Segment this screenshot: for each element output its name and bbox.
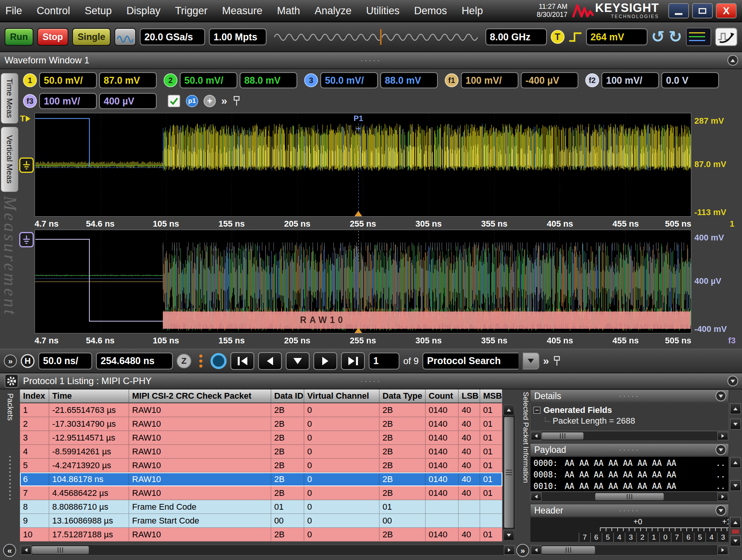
expand-measurements-button[interactable]: » [221, 95, 227, 107]
packet-row-7[interactable]: 74.45686422 µsRAW102B02B01404001 [20, 486, 502, 500]
protocol-settings-button[interactable] [5, 374, 18, 388]
channel-badge-f2[interactable]: f2 [585, 73, 599, 87]
titlebar-grip[interactable] [619, 446, 640, 454]
titlebar-grip[interactable] [619, 507, 640, 515]
details-scroll-up-button[interactable] [730, 403, 741, 414]
collapse-section-button[interactable] [716, 444, 726, 455]
scroll-thumb[interactable] [595, 493, 664, 500]
pin-icon[interactable] [233, 96, 240, 106]
menu-item-setup[interactable]: Setup [85, 5, 112, 17]
titlebar-grip[interactable] [361, 56, 382, 65]
trigger-badge[interactable]: T [551, 30, 565, 44]
time-reference-marker-icon[interactable] [354, 328, 362, 333]
scroll-thumb[interactable] [542, 546, 595, 554]
add-measurement-button[interactable]: + [204, 95, 216, 107]
scroll-track[interactable] [542, 492, 595, 501]
horizontal-badge[interactable]: H [21, 354, 35, 368]
go-last-button[interactable] [341, 352, 365, 370]
channel1-ground-marker[interactable] [19, 157, 34, 173]
channel-badge-1[interactable]: 1 [23, 73, 37, 87]
header-scroll-up-button[interactable] [730, 517, 741, 528]
p1-marker-label[interactable]: P1 [354, 114, 363, 123]
titlebar-grip[interactable] [361, 377, 382, 385]
channel-offset-3[interactable]: 88.0 mV [380, 72, 438, 88]
menu-item-measure[interactable]: Measure [222, 5, 262, 17]
redo-button[interactable]: ↻ [669, 29, 682, 45]
collapse-section-button[interactable] [716, 391, 726, 401]
menu-item-help[interactable]: Help [462, 5, 483, 17]
payload-hex-dump[interactable]: 0000:AA AA AA AA AA AA AA AA..0008:AA AA… [530, 456, 729, 492]
p1-measurement-badge[interactable]: p1 [186, 95, 198, 107]
menu-item-control[interactable]: Control [37, 5, 70, 17]
close-button[interactable]: X [716, 3, 737, 18]
search-type-select[interactable]: Protocol Search [422, 353, 518, 369]
packet-row-3[interactable]: 3-12.95114571 µsRAW102B02B01404001 [20, 431, 502, 445]
protocol-decode-band[interactable]: RAW10 [163, 311, 691, 329]
pin-icon[interactable] [553, 356, 561, 366]
sample-rate-readout[interactable]: 20.0 GSa/s [140, 28, 205, 45]
memory-depth-readout[interactable]: 1.00 Mpts [209, 28, 267, 45]
sidebar-tab-vertical-meas[interactable]: Vertical Meas [1, 127, 18, 192]
measurement-enable-checkbox[interactable] [167, 94, 181, 108]
scroll-right-button[interactable] [717, 492, 728, 501]
scroll-left-button[interactable] [21, 545, 31, 555]
packet-row-4[interactable]: 4-8.59914261 µsRAW102B02B01404001 [20, 445, 502, 459]
details-scroll-down-button[interactable] [730, 419, 741, 429]
packet-row-9[interactable]: 913.16086988 µsFrame Start Code00000 [20, 514, 502, 528]
packet-row-6[interactable]: 6104.86178 nsRAW102B02B01404001 [20, 472, 502, 486]
search-zoom-button[interactable] [210, 353, 227, 369]
collapse-section-button[interactable] [716, 505, 726, 516]
minimize-button[interactable] [668, 3, 689, 18]
menu-item-utilities[interactable]: Utilities [366, 5, 399, 17]
packet-row-5[interactable]: 5-4.24713920 µsRAW102B02B01404001 [20, 459, 502, 472]
search-result-index-input[interactable]: 1 [369, 353, 399, 369]
display-thumbnail-icon[interactable] [686, 28, 711, 46]
scroll-track[interactable] [595, 545, 717, 555]
run-button[interactable]: Run [5, 28, 33, 46]
column-header-mipi-csi-2-crc-check-packet[interactable]: MIPI CSI-2 CRC Check Packet [129, 389, 271, 403]
trigger-level-readout[interactable]: 264 mV [586, 28, 648, 45]
expand-left-panel-button[interactable]: » [4, 355, 17, 368]
maximize-button[interactable] [692, 3, 713, 18]
payload-horizontal-scrollbar[interactable] [530, 492, 729, 502]
channel-offset-f2[interactable]: 0.0 V [661, 72, 719, 88]
function2-ground-marker[interactable] [19, 232, 34, 247]
menu-item-trigger[interactable]: Trigger [175, 5, 208, 17]
scroll-thumb[interactable] [504, 417, 514, 528]
packet-row-2[interactable]: 2-17.30314790 µsRAW102B02B01404001 [20, 417, 502, 431]
scroll-right-button[interactable] [504, 545, 515, 555]
undo-button[interactable]: ↺ [651, 29, 665, 45]
stop-nav-button[interactable] [286, 352, 310, 370]
scroll-track[interactable] [664, 492, 717, 501]
header-scroll-down-button[interactable] [730, 535, 741, 546]
payload-section-header[interactable]: Payload [530, 443, 729, 456]
menu-item-file[interactable]: File [5, 5, 22, 17]
column-header-count[interactable]: Count [426, 389, 459, 403]
packet-row-8[interactable]: 88.80886710 µsFrame End Code01001 [20, 500, 502, 514]
horizontal-delay-indicator[interactable] [274, 28, 478, 46]
menu-item-display[interactable]: Display [126, 5, 161, 17]
channel-scale-2[interactable]: 50.0 mV/ [180, 72, 237, 88]
scroll-left-button[interactable] [531, 492, 542, 501]
horizontal-position-readout[interactable]: 254.6480 ns [96, 353, 173, 369]
waveform-plot-2[interactable]: RAW10 [35, 230, 691, 333]
scroll-thumb[interactable] [31, 546, 89, 554]
menu-item-demos[interactable]: Demos [414, 5, 447, 17]
channel-offset-f3[interactable]: 400 µV [99, 93, 157, 109]
go-previous-button[interactable] [258, 352, 282, 370]
collapse-window-button[interactable] [727, 55, 738, 66]
packet-row-1[interactable]: 1-21.65514763 µsRAW102B02B01404001 [20, 403, 502, 417]
panel-horizontal-scrollbar[interactable] [530, 545, 729, 555]
collapse-protocol-button[interactable] [727, 376, 738, 386]
tree-node-generated-fields[interactable]: − Generated Fields [533, 405, 725, 415]
scroll-track[interactable] [89, 545, 504, 555]
drag-handle-dots-icon[interactable] [195, 353, 207, 369]
collapse-table-button[interactable]: « [3, 544, 16, 557]
waveform-canvas-1[interactable] [35, 113, 691, 216]
table-horizontal-scrollbar[interactable] [20, 545, 515, 555]
scroll-down-button[interactable] [504, 530, 514, 540]
scroll-thumb[interactable] [542, 432, 584, 440]
waveform-mode-button[interactable] [114, 28, 136, 46]
menu-item-analyze[interactable]: Analyze [315, 5, 351, 17]
waveform-window-titlebar[interactable]: Waveform Window 1 [0, 52, 742, 69]
